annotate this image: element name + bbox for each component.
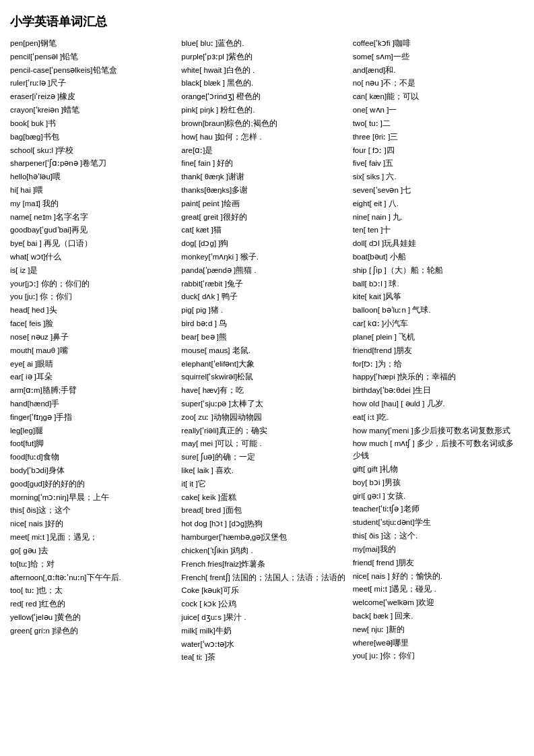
- list-item: eight[ eit ] 八.: [353, 198, 519, 210]
- list-item: meet[ miːt ]遇见；碰见 .: [353, 584, 519, 596]
- list-item: for[fɔː ]为；给: [353, 358, 519, 371]
- list-item: bear[ beə ]熊: [181, 332, 347, 344]
- list-item: name[ neɪm ]名字名字: [10, 212, 176, 224]
- list-item: chicken[ˈtʃikin ]鸡肉 .: [181, 545, 347, 557]
- column-1: pen[pen]钢笔pencil[ˈpensəl ]铅笔pencil-case[…: [10, 38, 181, 664]
- page-title: 小学英语单词汇总: [10, 13, 524, 30]
- list-item: pencil[ˈpensəl ]铅笔: [10, 51, 176, 63]
- list-item: crayon[ˈkreiən ]蜡笔: [10, 104, 176, 117]
- list-item: it[ it ]它: [181, 478, 347, 491]
- list-item: body[ˈbɔdi]身体: [10, 465, 176, 477]
- list-item: rabbit[ˈræbit ]兔子: [181, 278, 347, 290]
- list-item: your[jɔː] 你的；你们的: [10, 278, 176, 290]
- list-item: arm[ɑːm]胳膊;手臂: [10, 385, 176, 397]
- list-item: dog[ [dɔg] ]狗: [181, 238, 347, 250]
- list-item: nice[ nais ]好的: [10, 518, 176, 530]
- list-item: bye[ bai ] 再见（口语）: [10, 238, 176, 250]
- list-item: back[ bæk ] 回来.: [353, 610, 519, 623]
- list-item: bag[bæg]书包: [10, 131, 176, 144]
- list-item: bird bəːd ] 鸟: [181, 318, 347, 330]
- column-3: coffee[ˈkɔfi ]咖啡some[ sʌm]一些and[ænd]和.no…: [353, 38, 524, 664]
- list-item: gift[ gift ]礼物: [353, 464, 519, 476]
- list-item: meet[ miːt ]见面；遇见；: [10, 532, 176, 544]
- list-item: too[ tuː ]也；太: [10, 585, 176, 597]
- list-item: may[ mei ]可以；可能 .: [181, 438, 347, 450]
- list-item: no[ nəu ]不；不是: [353, 77, 519, 90]
- list-item: hand[hænd]手: [10, 398, 176, 410]
- list-item: six[ siks ] 六.: [353, 171, 519, 183]
- list-item: orange[ˈɔrindʒ] 橙色的: [181, 91, 347, 103]
- list-item: my[mai]我的: [353, 544, 519, 556]
- list-item: happy[ˈhæpi ]快乐的；幸福的: [353, 371, 519, 383]
- list-item: white[ hwait ]白色的 .: [181, 65, 347, 77]
- list-item: pig[ pig ]猪 .: [181, 305, 347, 317]
- list-item: coffee[ˈkɔfi ]咖啡: [353, 38, 519, 50]
- list-item: morning[ˈmɔːniŋ]早晨；上午: [10, 492, 176, 504]
- list-item: kite[ kait ]风筝: [353, 291, 519, 303]
- list-item: pencil-case[ˈpensəlkeis]铅笔盒: [10, 65, 176, 77]
- list-item: thank[ θæŋk ]谢谢: [181, 171, 347, 183]
- list-item: foot[fut]脚: [10, 438, 176, 450]
- list-item: hi[ hai ]喂: [10, 185, 176, 197]
- list-item: have[ hæv]有；吃: [181, 385, 347, 397]
- list-item: French[ frentʃ] 法国的；法国人；法语；法语的: [181, 572, 347, 584]
- list-item: leg[leg]腿: [10, 425, 176, 437]
- word-list: pen[pen]钢笔pencil[ˈpensəl ]铅笔pencil-case[…: [10, 38, 524, 664]
- list-item: you [juː] 你；你们: [10, 291, 176, 303]
- list-item: car[ kɑː ]小汽车: [353, 318, 519, 330]
- list-item: squirrel[ˈskwirəl]松鼠: [181, 371, 347, 383]
- list-item: hamburger[ˈhæmbəˌgə]汉堡包: [181, 532, 347, 544]
- list-item: Coke [kəuk]可乐: [181, 585, 347, 597]
- list-item: to[tuː]给；对: [10, 559, 176, 571]
- list-item: face[ feis ]脸: [10, 318, 176, 330]
- list-item: girl[ gəːl ] 女孩.: [353, 491, 519, 503]
- column-2: blue[ bluː ]蓝色的.purple[ˈpɜːpl ]紫色的white[…: [181, 38, 352, 664]
- list-item: go[ gəu ]去: [10, 545, 176, 557]
- list-item: brown[braun]棕色的;褐色的: [181, 118, 347, 130]
- list-item: how old [hau] [ əuld ] 几岁.: [353, 398, 519, 410]
- list-item: purple[ˈpɜːpl ]紫色的: [181, 51, 347, 63]
- list-item: school[ skuːl ]学校: [10, 145, 176, 157]
- list-item: and[ænd]和.: [353, 65, 519, 77]
- list-item: zoo[ zuː ]动物园动物园: [181, 412, 347, 424]
- list-item: nice[ nais ] 好的；愉快的.: [353, 571, 519, 583]
- list-item: welcome[ˈwelkəm ]欢迎: [353, 597, 519, 609]
- list-item: hot dog [hɔt ] [dɔg]热狗: [181, 518, 347, 530]
- list-item: student[ˈstjuːdənt]学生: [353, 517, 519, 529]
- list-item: three [θriː ]三: [353, 131, 519, 144]
- list-item: nine[ nain ] 九.: [353, 212, 519, 224]
- list-item: seven[ˈsevən ]七: [353, 185, 519, 197]
- list-item: afternoon[ˌɑːftəːˈnuːn]下午午后.: [10, 572, 176, 584]
- list-item: ten[ ten ]十: [353, 224, 519, 237]
- list-item: eye[ ai ]眼睛: [10, 358, 176, 371]
- list-item: ruler[ˈruːlə ]尺子: [10, 77, 176, 90]
- list-item: like[ laik ] 喜欢.: [181, 465, 347, 477]
- list-item: two[ tuː ]二: [353, 118, 519, 130]
- list-item: mouse[ maus] 老鼠.: [181, 345, 347, 357]
- list-item: food[fuːd]食物: [10, 451, 176, 464]
- list-item: panda[ˈpændə ]熊猫 .: [181, 265, 347, 277]
- list-item: eraser[iˈreizə ]橡皮: [10, 91, 176, 103]
- list-item: how[ hau ]如何；怎样 .: [181, 131, 347, 144]
- list-item: green[ griːn ]绿色的: [10, 625, 176, 637]
- list-item: four [ fɔː ]四: [353, 145, 519, 157]
- list-item: duck[ dʌk ] 鸭子: [181, 291, 347, 303]
- list-item: what[ wɔt]什么: [10, 251, 176, 263]
- list-item: friend[frend ]朋友: [353, 345, 519, 357]
- list-item: how much [ mʌtʃ ] 多少，后接不可数名词或多少钱: [353, 438, 519, 462]
- list-item: yellow[ˈjeləu ]黄色的: [10, 612, 176, 624]
- list-item: ear[ iə ]耳朵: [10, 371, 176, 383]
- list-item: paint[ peint ]绘画: [181, 198, 347, 210]
- list-item: friend[ frend ]朋友: [353, 557, 519, 569]
- list-item: ship [ ʃip ]（大）船；轮船: [353, 265, 519, 277]
- list-item: is[ iz ]是: [10, 265, 176, 277]
- list-item: are[ɑː]是: [181, 145, 347, 157]
- list-item: great[ greit ]很好的: [181, 212, 347, 224]
- list-item: birthday[ˈbəːθdei ]生日: [353, 385, 519, 397]
- list-item: teacher[ˈtiːtʃə ]老师: [353, 503, 519, 515]
- list-item: pen[pen]钢笔: [10, 38, 176, 50]
- list-item: blue[ bluː ]蓝色的.: [181, 38, 347, 50]
- list-item: finger[ˈfɪŋgə ]手指: [10, 412, 176, 424]
- list-item: this[ ðis]这；这个: [10, 505, 176, 517]
- list-item: boat[bəut] 小船: [353, 251, 519, 263]
